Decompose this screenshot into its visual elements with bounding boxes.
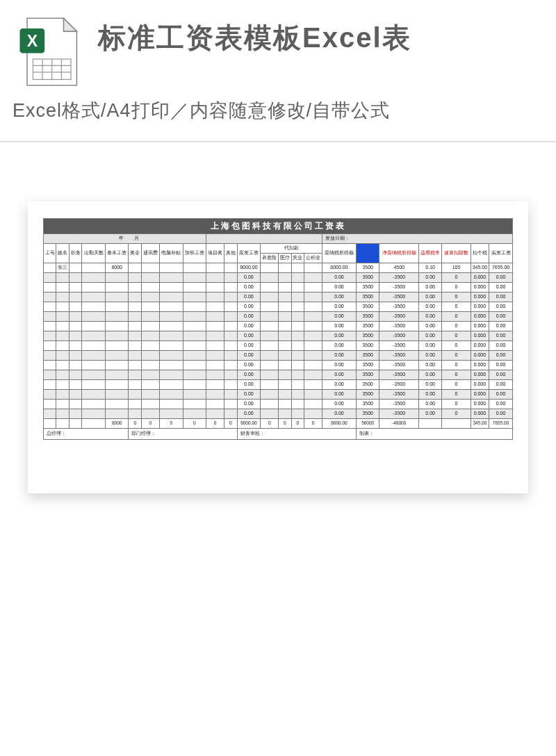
col-taxable-hidden: 应付款项 [356,244,379,263]
table-cell [69,390,81,400]
table-cell [224,322,237,331]
table-cell: 0.00 [237,341,261,351]
total-cell [442,419,471,429]
table-cell [183,283,206,293]
table-cell [44,283,56,293]
table-cell: 3500 [356,273,379,283]
table-cell [291,380,304,390]
table-cell: 0.000 [471,283,489,293]
table-cell: -3500 [379,331,418,341]
table-cell [69,302,81,312]
table-cell [69,370,81,380]
table-cell [261,361,279,370]
table-cell: 3500 [356,293,379,302]
col-project: 项目奖 [206,244,224,263]
table-cell [224,351,237,361]
table-cell: 8000.00 [322,263,357,273]
table-cell [224,263,237,273]
table-cell [224,293,237,302]
table-cell [224,361,237,370]
table-cell: 0 [442,370,471,380]
table-cell [304,293,322,302]
table-cell: 0.00 [418,351,442,361]
table-cell [279,341,291,351]
table-cell [82,273,106,283]
table-cell [206,322,224,331]
table-cell [261,390,279,400]
table-cell [105,341,129,351]
table-cell [56,341,69,351]
table-cell [129,409,141,419]
table-cell: -3500 [379,322,418,331]
table-cell [224,283,237,293]
total-cell [69,419,81,429]
sheet-company-title: 上海包图科技有限公司工资表 [44,219,513,234]
table-cell: -3500 [379,361,418,370]
salary-table: 上海包图科技有限公司工资表 年 月发放日期：工号姓名职务出勤天数基本工资奖金通讯… [43,218,513,440]
table-cell [183,322,206,331]
table-cell [159,400,183,409]
table-cell [224,400,237,409]
table-cell [129,400,141,409]
table-cell: 0.00 [322,322,357,331]
table-cell [82,293,106,302]
table-cell [129,293,141,302]
table-cell: -3500 [379,370,418,380]
total-cell: 0 [183,419,206,429]
table-cell [141,273,159,283]
col-pension: 养老险 [261,254,279,263]
table-cell [206,380,224,390]
table-cell [141,361,159,370]
table-cell [141,263,159,273]
table-cell [279,380,291,390]
table-cell [82,331,106,341]
table-cell [129,331,141,341]
table-cell [129,380,141,390]
table-cell: -3500 [379,380,418,390]
table-cell [261,263,279,273]
table-cell [183,380,206,390]
table-cell: -3500 [379,390,418,400]
table-cell [141,331,159,341]
col-unemployment: 失业 [291,254,304,263]
table-cell [56,322,69,331]
table-cell [279,322,291,331]
table-cell [141,390,159,400]
table-cell [183,341,206,351]
table-cell: 0.00 [237,351,261,361]
table-cell: 0.00 [489,370,513,380]
table-cell [279,312,291,322]
table-cell: 0.000 [471,293,489,302]
table-cell [44,380,56,390]
table-cell: 0.00 [237,380,261,390]
table-cell [105,380,129,390]
table-cell [304,312,322,322]
table-cell [279,273,291,283]
table-cell: 0.00 [418,283,442,293]
table-cell [279,370,291,380]
table-cell [82,283,106,293]
total-cell: 0 [129,419,141,429]
table-cell [105,331,129,341]
table-cell [224,312,237,322]
total-cell [82,419,106,429]
col-overtime: 加班工资 [183,244,206,263]
table-cell [44,409,56,419]
table-cell [261,370,279,380]
total-cell: 0 [206,419,224,429]
table-cell: 0.00 [237,370,261,380]
table-cell [261,351,279,361]
table-cell: 0.000 [471,361,489,370]
table-cell [279,302,291,312]
table-cell: 0.00 [237,322,261,331]
table-cell [129,302,141,312]
table-cell: 0.00 [322,370,357,380]
table-cell [224,390,237,400]
table-cell: 0 [442,312,471,322]
table-cell [183,263,206,273]
table-cell [129,351,141,361]
table-cell [105,283,129,293]
table-cell [44,322,56,331]
table-cell [56,273,69,283]
table-cell [56,409,69,419]
